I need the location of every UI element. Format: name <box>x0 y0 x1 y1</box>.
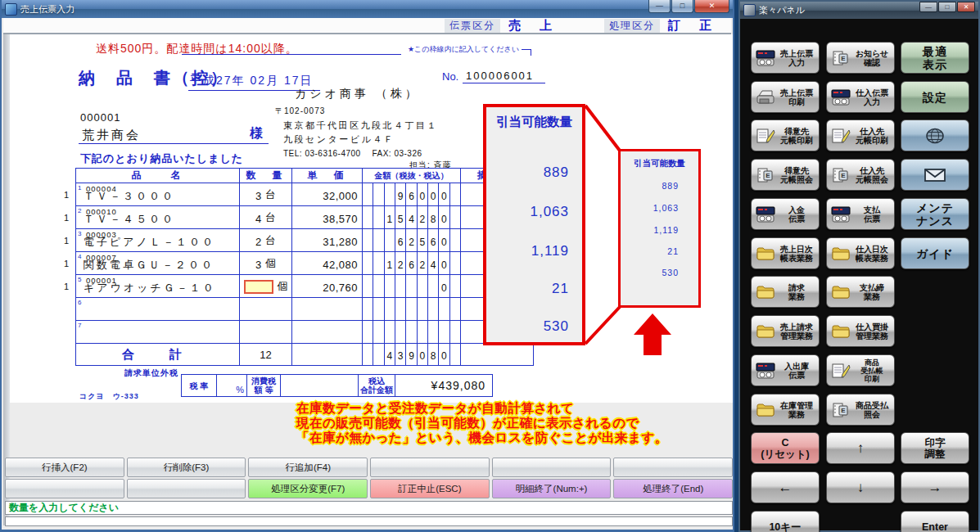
panel-maximize-button[interactable]: □ <box>938 2 956 12</box>
row-prefix: 1 <box>64 282 69 291</box>
panel-titlebar: 楽々パネル — □ ✕ <box>740 2 978 19</box>
line-number: 1 <box>78 184 81 192</box>
panel-button-label: ↑ <box>827 444 894 453</box>
total-qty-cell: 12 <box>240 344 292 365</box>
amount-cell: 0 <box>363 275 461 297</box>
close-button[interactable]: ✕ <box>694 0 729 13</box>
unit-price-cell: 42,080 <box>292 252 363 274</box>
panel-close-button[interactable]: ✕ <box>957 2 975 12</box>
function-button-empty[interactable] <box>492 458 612 477</box>
function-button[interactable]: 行削除(F3) <box>127 458 246 477</box>
amount-digit-cell <box>439 321 449 343</box>
amount-digit-cell <box>439 298 449 320</box>
quantity-input[interactable] <box>244 280 273 294</box>
item-name-cell: 7 <box>76 321 240 343</box>
panel-button[interactable]: ← <box>751 471 820 503</box>
panel-button[interactable] <box>901 119 969 151</box>
panel-button[interactable]: 得意先 元帳印刷 <box>751 119 820 151</box>
panel-button[interactable]: C (リセット) <box>751 432 820 464</box>
panel-minimize-button[interactable]: — <box>919 2 937 12</box>
quantity-cell: 3個 <box>240 252 292 274</box>
frame-corner <box>522 49 531 56</box>
function-button-empty[interactable] <box>127 479 246 498</box>
panel-button[interactable]: E商品受払 照会 <box>826 394 895 426</box>
panel-button[interactable]: 印字 調整 <box>901 432 969 464</box>
panel-button[interactable]: 売上伝票 印刷 <box>751 81 820 113</box>
app-icon <box>5 3 17 16</box>
panel-button[interactable]: ガイド <box>901 237 969 269</box>
function-button[interactable]: 処理終了(End) <box>613 479 733 498</box>
panel-button[interactable]: 10キー <box>751 511 820 532</box>
amount-digit-cell: 4 <box>406 206 417 228</box>
amount-digit-cell <box>450 344 460 365</box>
panel-button[interactable]: 商品 受払帳 印刷 <box>826 354 895 386</box>
amount-digit-cell <box>385 298 395 320</box>
panel-button[interactable]: 支払締 業務 <box>826 276 895 308</box>
svg-text:E: E <box>841 407 846 414</box>
function-button[interactable]: 行追加(F4) <box>248 458 368 477</box>
allocatable-qty-value: 530 <box>544 318 569 335</box>
function-button-empty[interactable] <box>370 458 490 477</box>
function-button[interactable]: 処理区分変更(F7) <box>248 479 368 498</box>
amount-digit-cell <box>373 344 384 365</box>
panel-button-label: お知らせ 確認 <box>851 49 892 67</box>
panel-button[interactable]: 仕入日次 帳表業務 <box>826 237 895 269</box>
slip-number: 100006001 <box>463 70 545 83</box>
amount-digit-cell: 5 <box>418 229 428 251</box>
panel-button[interactable]: → <box>901 471 969 503</box>
item-table: 品 名 数 量 単 価 金額（税抜・税込） 摘 要 1000004ＴＶ－３０００… <box>75 168 534 366</box>
amount-cell <box>363 321 461 343</box>
panel-button[interactable]: 支払 伝票 <box>826 198 895 230</box>
main-titlebar: 売上伝票入力 — □ ✕ <box>2 0 733 18</box>
amount-digit-cell: 0 <box>428 183 439 205</box>
amount-digit-cell <box>373 321 384 343</box>
amount-digit-cell: 5 <box>395 206 406 228</box>
panel-button[interactable]: 設定 <box>901 81 969 113</box>
panel-button[interactable]: E得意先 元帳照会 <box>751 159 820 191</box>
table-row: 1000004ＴＶ－３０００3台32,00096000 <box>76 183 533 206</box>
panel-button[interactable]: 売上日次 帳表業務 <box>751 237 820 269</box>
customer-name: 荒井商会 <box>82 128 141 143</box>
amount-digit-cell <box>418 275 428 297</box>
panel-button[interactable]: 入出庫 伝票 <box>751 354 820 386</box>
function-button[interactable]: 訂正中止(ESC) <box>370 479 490 498</box>
tax-rate-field: % <box>216 374 247 397</box>
panel-button-label: 売上伝票 印刷 <box>776 88 817 106</box>
svg-text:E: E <box>841 55 846 62</box>
panel-button[interactable]: 請求 業務 <box>751 276 820 308</box>
panel-button[interactable]: ↓ <box>826 471 895 503</box>
allocatable-qty-value-small: 1,119 <box>654 225 680 235</box>
function-button-empty[interactable] <box>613 458 733 477</box>
minimize-button[interactable]: — <box>648 0 671 13</box>
panel-button[interactable]: 入金 伝票 <box>751 198 820 230</box>
panel-button[interactable]: ↑ <box>826 432 895 464</box>
table-header-row: 品 名 数 量 単 価 金額（税抜・税込） 摘 要 <box>76 169 533 183</box>
maximize-button[interactable]: □ <box>671 0 693 13</box>
line-number: 7 <box>78 322 81 329</box>
panel-button[interactable]: E仕入先 元帳照会 <box>826 159 895 191</box>
panel-button[interactable]: 売上請求 管理業務 <box>751 315 820 347</box>
panel-button[interactable]: 仕入先 元帳印刷 <box>826 119 895 151</box>
company-address1: 東京都千代田区九段北４丁目１ <box>283 119 438 132</box>
amount-digit-cell <box>450 252 460 274</box>
panel-button[interactable]: 仕入買掛 管理業務 <box>826 315 895 347</box>
amount-digit-cell: 0 <box>439 252 449 274</box>
amount-digit-cell <box>450 206 460 228</box>
docpen-icon <box>755 128 776 144</box>
panel-button[interactable]: 売上伝票 入力 <box>751 42 820 74</box>
panel-button-label: 在庫管理 業務 <box>776 401 817 419</box>
panel-button-label: 商品受払 照会 <box>851 401 892 419</box>
function-button[interactable]: 行挿入(F2) <box>5 458 124 477</box>
line-number: 2 <box>78 207 81 214</box>
input-bar[interactable] <box>5 516 733 526</box>
panel-button[interactable]: 在庫管理 業務 <box>751 394 820 426</box>
function-button-empty[interactable] <box>5 479 124 498</box>
panel-button[interactable]: 最適 表示 <box>901 42 969 74</box>
panel-button[interactable]: Enter <box>901 511 969 532</box>
panel-button[interactable]: Eお知らせ 確認 <box>826 42 895 74</box>
panel-button[interactable]: メンテ ナンス <box>901 198 969 230</box>
amount-digit-cell <box>406 298 417 320</box>
panel-button[interactable] <box>901 159 969 191</box>
panel-button[interactable]: 仕入伝票 入力 <box>826 81 895 113</box>
function-button[interactable]: 明細終了(Num:+) <box>492 479 612 498</box>
